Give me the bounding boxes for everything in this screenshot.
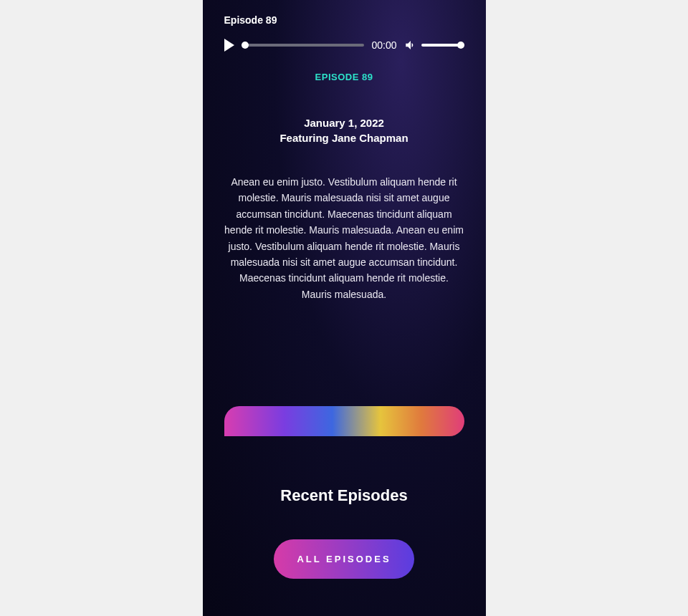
audio-progress-slider[interactable] [242,44,365,47]
audio-player: 00:00 [224,39,464,52]
play-button[interactable] [224,39,234,52]
audio-progress-knob[interactable] [242,42,249,49]
episode-meta: January 1, 2022 Featuring Jane Chapman [224,117,464,144]
episode-label: EPISODE 89 [224,72,464,82]
volume-knob[interactable] [457,42,464,49]
episode-date: January 1, 2022 [224,117,464,129]
volume-slider[interactable] [421,44,464,47]
volume-icon[interactable] [404,39,417,52]
episode-featuring: Featuring Jane Chapman [224,132,464,144]
audio-time: 00:00 [371,39,396,51]
all-episodes-button[interactable]: ALL EPISODES [274,539,414,579]
episode-description: Anean eu enim justo. Vestibulum aliquam … [224,174,464,302]
audio-title: Episode 89 [224,14,464,26]
volume-group [404,39,464,52]
recent-episodes-heading: Recent Episodes [224,486,464,505]
all-episodes-wrap: ALL EPISODES [224,539,464,579]
gradient-divider [224,406,464,436]
app-frame: Episode 89 00:00 EPISODE 89 January 1, 2… [203,0,486,616]
